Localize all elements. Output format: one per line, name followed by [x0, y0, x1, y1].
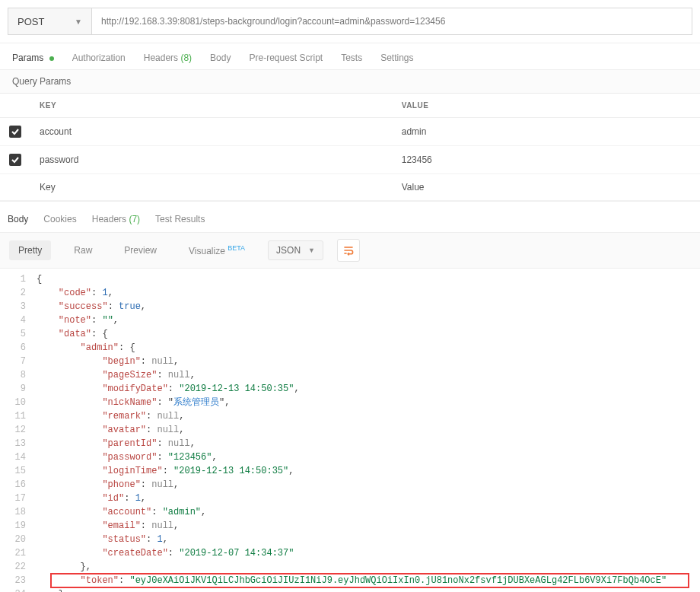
request-tabs: Params Authorization Headers (8) Body Pr…	[0, 43, 700, 69]
param-value[interactable]: 123456	[393, 146, 700, 174]
tab-authorization[interactable]: Authorization	[72, 53, 126, 63]
tab-tests[interactable]: Tests	[341, 53, 362, 63]
wrap-lines-button[interactable]	[337, 239, 360, 262]
line-number: 4	[0, 314, 37, 327]
code-text: "success": true,	[37, 300, 700, 314]
resp-headers-count: (7)	[129, 214, 140, 224]
col-key: KEY	[30, 94, 393, 118]
code-line: 12 "avatar": null,	[0, 423, 700, 437]
code-line: 5 "data": {	[0, 327, 700, 341]
code-text: "note": "",	[37, 314, 700, 327]
format-dropdown[interactable]: JSON ▼	[268, 240, 323, 260]
line-number: 3	[0, 300, 37, 314]
query-params-table: KEY VALUE account admin password 123456 …	[0, 94, 700, 201]
table-row[interactable]: account admin	[0, 118, 700, 146]
code-text: "password": "123456",	[37, 450, 700, 464]
code-text: "createDate": "2019-12-07 14:34:37"	[37, 546, 700, 560]
code-text: "parentId": null,	[37, 437, 700, 450]
query-params-header: Query Params	[0, 69, 700, 94]
chevron-down-icon: ▼	[308, 247, 315, 254]
line-number: 2	[0, 286, 37, 300]
tab-headers[interactable]: Headers (8)	[144, 53, 192, 63]
http-method-label: POST	[18, 16, 44, 27]
tab-params[interactable]: Params	[12, 53, 54, 63]
code-text: }	[37, 587, 700, 592]
code-line: 4 "note": "",	[0, 314, 700, 327]
tab-resp-body[interactable]: Body	[8, 214, 28, 224]
code-line: 11 "remark": null,	[0, 409, 700, 423]
code-line: 15 "loginTime": "2019-12-13 14:50:35",	[0, 464, 700, 478]
line-number: 9	[0, 382, 37, 396]
view-pretty[interactable]: Pretty	[9, 240, 51, 260]
code-line: 10 "nickName": "系统管理员",	[0, 396, 700, 409]
line-number: 1	[0, 272, 37, 286]
url-input[interactable]: http://192.168.3.39:8081/steps-backgroun…	[91, 8, 692, 35]
code-text: "pageSize": null,	[37, 368, 700, 382]
tab-pre-request[interactable]: Pre-request Script	[249, 53, 323, 63]
code-line: 24 }	[0, 587, 700, 592]
code-text: "remark": null,	[37, 409, 700, 423]
code-text: "begin": null,	[37, 355, 700, 368]
param-value-placeholder[interactable]: Value	[393, 174, 700, 201]
http-method-dropdown[interactable]: POST ▼	[8, 8, 91, 35]
view-preview[interactable]: Preview	[115, 240, 166, 260]
code-text: },	[37, 560, 700, 574]
code-text: "account": "admin",	[37, 505, 700, 519]
code-line: 9 "modifyDate": "2019-12-13 14:50:35",	[0, 382, 700, 396]
code-text: "token": "eyJ0eXAiOiJKV1QiLCJhbGciOiJIUz…	[37, 574, 700, 587]
headers-count: (8)	[180, 53, 192, 63]
tab-headers-label: Headers	[144, 53, 178, 63]
line-number: 12	[0, 423, 37, 437]
code-line: 14 "password": "123456",	[0, 450, 700, 464]
wrap-icon	[342, 244, 355, 256]
code-text: "code": 1,	[37, 286, 700, 300]
tab-params-label: Params	[12, 53, 43, 63]
tab-resp-cookies[interactable]: Cookies	[43, 214, 76, 224]
code-text: "nickName": "系统管理员",	[37, 396, 700, 409]
row-checkbox[interactable]	[9, 126, 21, 138]
param-key[interactable]: account	[30, 118, 393, 146]
code-text: "avatar": null,	[37, 423, 700, 437]
col-value: VALUE	[393, 94, 700, 118]
code-line: 19 "email": null,	[0, 519, 700, 533]
line-number: 14	[0, 450, 37, 464]
tab-resp-headers[interactable]: Headers (7)	[92, 214, 140, 224]
format-label: JSON	[276, 245, 301, 256]
line-number: 18	[0, 505, 37, 519]
code-text: "id": 1,	[37, 492, 700, 505]
tab-body[interactable]: Body	[210, 53, 231, 63]
response-tabs: Body Cookies Headers (7) Test Results	[0, 201, 700, 232]
view-raw[interactable]: Raw	[65, 240, 101, 260]
code-text: "status": 1,	[37, 533, 700, 546]
line-number: 6	[0, 341, 37, 355]
check-icon	[11, 156, 19, 164]
line-number: 16	[0, 478, 37, 492]
code-line: 21 "createDate": "2019-12-07 14:34:37"	[0, 546, 700, 560]
code-line: 22 },	[0, 560, 700, 574]
tab-resp-headers-label: Headers	[92, 214, 126, 224]
line-number: 5	[0, 327, 37, 341]
code-text: "admin": {	[37, 341, 700, 355]
url-text: http://192.168.3.39:8081/steps-backgroun…	[101, 16, 445, 27]
param-key-placeholder[interactable]: Key	[30, 174, 393, 201]
param-value[interactable]: admin	[393, 118, 700, 146]
param-key[interactable]: password	[30, 146, 393, 174]
code-line: 18 "account": "admin",	[0, 505, 700, 519]
code-line: 20 "status": 1,	[0, 533, 700, 546]
code-text: "phone": null,	[37, 478, 700, 492]
code-text: "modifyDate": "2019-12-13 14:50:35",	[37, 382, 700, 396]
code-line: 2 "code": 1,	[0, 286, 700, 300]
line-number: 7	[0, 355, 37, 368]
table-row[interactable]: Key Value	[0, 174, 700, 201]
code-text: "email": null,	[37, 519, 700, 533]
line-number: 19	[0, 519, 37, 533]
chevron-down-icon: ▼	[75, 18, 82, 26]
table-row[interactable]: password 123456	[0, 146, 700, 174]
line-number: 15	[0, 464, 37, 478]
code-line: 8 "pageSize": null,	[0, 368, 700, 382]
tab-test-results[interactable]: Test Results	[155, 214, 205, 224]
row-checkbox[interactable]	[9, 154, 21, 166]
response-body[interactable]: 1{2 "code": 1,3 "success": true,4 "note"…	[0, 269, 700, 592]
tab-settings[interactable]: Settings	[380, 53, 413, 63]
view-visualize[interactable]: Visualize BETA	[180, 240, 254, 261]
